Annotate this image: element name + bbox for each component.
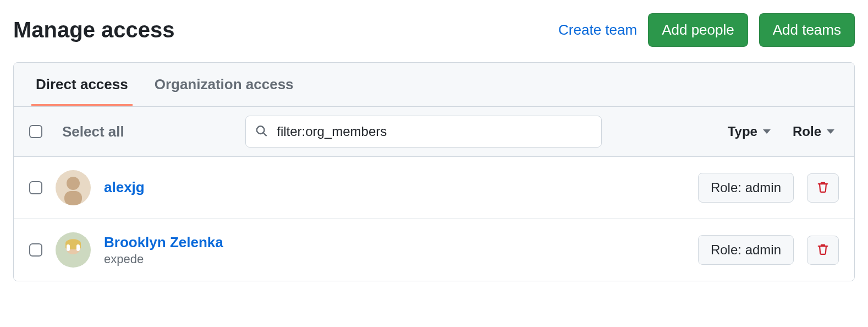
caret-down-icon	[827, 129, 834, 134]
svg-rect-4	[64, 191, 82, 205]
role-filter-dropdown[interactable]: Role	[788, 124, 839, 139]
svg-rect-7	[67, 244, 70, 251]
member-row: alexjg Role: admin	[14, 157, 854, 219]
tab-organization-access[interactable]: Organization access	[150, 63, 298, 106]
role-select-button[interactable]: Role: admin	[698, 235, 794, 265]
trash-icon	[816, 243, 829, 258]
search-icon	[255, 125, 267, 139]
role-filter-label: Role	[793, 124, 821, 139]
type-filter-dropdown[interactable]: Type	[723, 124, 775, 139]
page-header: Manage access Create team Add people Add…	[13, 13, 855, 47]
user-display-name-link[interactable]: alexjg	[104, 179, 685, 196]
row-checkbox[interactable]	[29, 243, 42, 257]
search-field-wrap	[245, 116, 602, 148]
role-select-button[interactable]: Role: admin	[698, 173, 794, 203]
access-tabs: Direct access Organization access	[14, 63, 854, 107]
select-all-label: Select all	[62, 123, 124, 140]
page-title: Manage access	[13, 18, 175, 42]
avatar	[56, 232, 91, 268]
svg-rect-8	[76, 244, 80, 251]
user-info: Brooklyn Zelenka expede	[104, 234, 685, 266]
add-people-button[interactable]: Add people	[648, 13, 748, 47]
access-panel: Direct access Organization access Select…	[13, 62, 855, 281]
create-team-link[interactable]: Create team	[558, 21, 637, 39]
filter-search-input[interactable]	[245, 116, 602, 148]
type-filter-label: Type	[728, 124, 757, 139]
list-toolbar: Select all Type Role	[14, 107, 854, 157]
svg-point-0	[257, 126, 265, 134]
user-username: expede	[104, 252, 685, 266]
select-all-checkbox[interactable]	[29, 125, 42, 138]
row-checkbox[interactable]	[29, 181, 42, 194]
trash-icon	[816, 181, 829, 195]
tab-direct-access[interactable]: Direct access	[31, 63, 133, 106]
header-actions: Create team Add people Add teams	[558, 13, 855, 47]
user-display-name-link[interactable]: Brooklyn Zelenka	[104, 234, 685, 251]
avatar	[56, 170, 91, 205]
add-teams-button[interactable]: Add teams	[759, 13, 855, 47]
remove-member-button[interactable]	[807, 236, 839, 265]
remove-member-button[interactable]	[807, 173, 839, 203]
member-row: Brooklyn Zelenka expede Role: admin	[14, 219, 854, 281]
svg-line-1	[263, 133, 267, 137]
user-info: alexjg	[104, 179, 685, 197]
svg-point-3	[67, 177, 80, 190]
caret-down-icon	[763, 129, 771, 134]
